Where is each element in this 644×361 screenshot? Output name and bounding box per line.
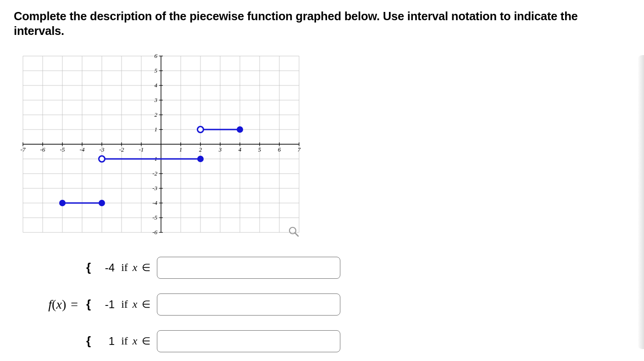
svg-text:-4: -4 xyxy=(152,199,157,206)
piece-row-2: { -1 if x ∈ xyxy=(86,293,340,316)
page-curl-decoration xyxy=(638,55,644,349)
piece-condition-2: if x ∈ xyxy=(121,298,150,310)
brace-3: { xyxy=(86,334,91,348)
pieces-container: { -4 if x ∈ { -1 if x ∈ { 1 if x xyxy=(86,257,340,352)
svg-point-87 xyxy=(197,156,204,162)
svg-text:-7: -7 xyxy=(21,146,26,153)
svg-text:5: 5 xyxy=(155,67,158,74)
svg-point-83 xyxy=(59,200,66,206)
brace-2: { xyxy=(86,297,91,311)
svg-text:-5: -5 xyxy=(152,214,157,221)
svg-text:-6: -6 xyxy=(40,146,45,153)
interval-input-3[interactable] xyxy=(157,330,340,352)
interval-input-2[interactable] xyxy=(157,293,340,316)
svg-text:3: 3 xyxy=(154,96,158,103)
svg-point-90 xyxy=(237,126,243,133)
svg-text:-2: -2 xyxy=(119,146,124,153)
piece-row-1: { -4 if x ∈ xyxy=(86,257,340,279)
svg-text:-1: -1 xyxy=(139,146,144,153)
piece-value-3: 1 xyxy=(97,335,115,348)
svg-text:2: 2 xyxy=(199,146,202,153)
piece-condition-3: if x ∈ xyxy=(121,335,150,347)
answer-block: f(x)= { -4 if x ∈ { -1 if x ∈ { 1 xyxy=(23,257,630,352)
svg-point-89 xyxy=(198,126,204,132)
svg-point-84 xyxy=(99,200,105,206)
svg-text:-5: -5 xyxy=(60,146,65,153)
svg-text:4: 4 xyxy=(239,146,242,153)
piece-row-3: { 1 if x ∈ xyxy=(86,330,340,352)
brace-1: { xyxy=(86,260,91,275)
piece-value-2: -1 xyxy=(97,298,115,311)
svg-text:5: 5 xyxy=(258,146,261,153)
svg-text:4: 4 xyxy=(155,82,158,89)
svg-text:-4: -4 xyxy=(80,146,85,153)
svg-text:1: 1 xyxy=(179,146,183,153)
piece-value-1: -4 xyxy=(97,261,115,274)
question-text: Complete the description of the piecewis… xyxy=(14,9,628,39)
svg-point-86 xyxy=(99,156,105,162)
svg-text:6: 6 xyxy=(278,146,281,153)
svg-text:6: 6 xyxy=(155,52,158,59)
svg-text:-6: -6 xyxy=(152,229,157,236)
interval-input-1[interactable] xyxy=(157,257,340,279)
svg-text:2: 2 xyxy=(155,111,158,118)
svg-text:7: 7 xyxy=(298,146,301,153)
svg-text:-3: -3 xyxy=(100,146,105,153)
graph-plot: -7-6-5-4-3-2-11234567-6-5-4-3-2-1123456 xyxy=(14,52,303,243)
svg-text:-2: -2 xyxy=(152,170,157,177)
piece-condition-1: if x ∈ xyxy=(121,261,150,274)
svg-text:1: 1 xyxy=(155,126,158,133)
svg-text:-3: -3 xyxy=(152,185,157,192)
fx-label: f(x)= xyxy=(23,297,78,312)
svg-text:3: 3 xyxy=(218,146,222,153)
